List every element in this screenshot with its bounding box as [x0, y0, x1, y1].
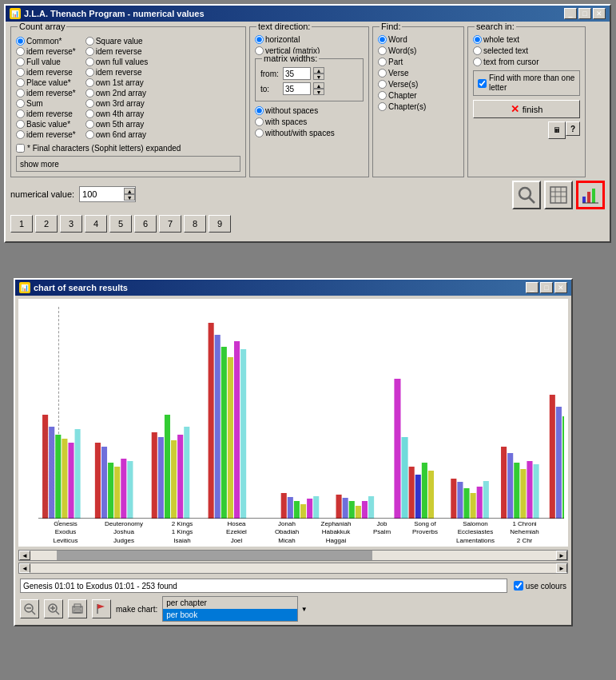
num-btn-1[interactable]: 1	[10, 215, 33, 233]
num-btn-5[interactable]: 5	[109, 215, 132, 233]
idem-rev3-radio[interactable]	[16, 89, 25, 97]
place-radio[interactable]	[16, 78, 25, 87]
scroll-left-btn[interactable]: ◄	[19, 551, 30, 560]
own-3rd-radio[interactable]	[85, 99, 94, 108]
to-up-btn[interactable]: ▲	[313, 82, 324, 89]
basic-radio[interactable]	[16, 120, 25, 129]
own-full-radio[interactable]	[85, 58, 94, 66]
calc-icon-btn[interactable]: 🖩	[548, 121, 566, 139]
help-button[interactable]: ?	[566, 121, 580, 136]
from-down-btn[interactable]: ▼	[313, 74, 324, 80]
svg-rect-2	[550, 187, 566, 203]
chart-zoom-in-btn[interactable]	[44, 599, 63, 618]
chart-area: GenesisExodusLeviticus DeuteronomyJoshua…	[18, 299, 568, 547]
num-down-btn[interactable]: ▼	[124, 194, 135, 201]
chart-scrollbar[interactable]: ◄ ►	[18, 550, 568, 561]
per-chapter-option[interactable]: per chapter	[163, 597, 309, 609]
idem-rev2-radio[interactable]	[16, 68, 25, 77]
chart-dropdown[interactable]: per chapter per book	[162, 596, 310, 622]
num-btn-3[interactable]: 3	[60, 215, 82, 233]
chart-close-button[interactable]: ✕	[554, 282, 567, 293]
chart-zoom-out-btn[interactable]	[20, 599, 39, 618]
without-spaces-radio[interactable]	[255, 106, 264, 115]
svg-rect-28	[171, 440, 177, 519]
horizontal-radio[interactable]	[255, 35, 264, 44]
svg-point-0	[519, 188, 531, 199]
vscroll-left-btn[interactable]: ◄	[19, 563, 30, 573]
own-5th-radio[interactable]	[85, 120, 94, 129]
own-3rd-label: own 3rd array	[96, 99, 145, 108]
own-2nd-radio[interactable]	[85, 89, 94, 97]
chart-window-controls[interactable]: _ □ ✕	[526, 282, 567, 293]
svg-rect-57	[463, 488, 469, 519]
final-chars-checkbox[interactable]	[16, 144, 25, 153]
to-input[interactable]	[283, 82, 311, 95]
chapters-radio[interactable]	[378, 102, 387, 111]
app-icon: 📊	[10, 8, 21, 19]
svg-rect-40	[300, 504, 306, 519]
num-btn-9[interactable]: 9	[209, 215, 231, 233]
without-with-radio[interactable]	[255, 129, 264, 137]
chart-maximize-button[interactable]: □	[540, 282, 553, 293]
svg-rect-54	[428, 471, 434, 519]
whole-text-radio[interactable]	[473, 35, 482, 44]
num-btn-8[interactable]: 8	[184, 215, 206, 233]
scroll-right-btn[interactable]: ►	[556, 551, 567, 560]
main-window-controls[interactable]: _ □ ✕	[564, 8, 606, 19]
num-btn-6[interactable]: 6	[134, 215, 157, 233]
search-icon-btn[interactable]	[512, 181, 541, 209]
chart-print-btn[interactable]	[68, 599, 87, 618]
num-btn-2[interactable]: 2	[35, 215, 58, 233]
idem-rev1-radio[interactable]	[16, 47, 25, 56]
idem-rev-s-radio[interactable]	[85, 47, 94, 56]
own-4th-radio[interactable]	[85, 109, 94, 118]
sum-radio[interactable]	[16, 99, 25, 108]
dropdown-arrow[interactable]: ▼	[297, 596, 310, 622]
minimize-button[interactable]: _	[564, 8, 577, 19]
verse-radio[interactable]	[378, 69, 387, 78]
own-6th-radio[interactable]	[85, 130, 94, 139]
to-label: to:	[260, 85, 280, 93]
word-radio[interactable]	[378, 35, 387, 44]
scroll-track	[30, 551, 556, 560]
num-btn-4[interactable]: 4	[85, 215, 107, 233]
vscroll-right-btn[interactable]: ►	[556, 563, 567, 573]
table-icon-btn[interactable]	[544, 181, 573, 209]
idem-rev-s-label: idem reverse	[96, 47, 142, 56]
chart-flag-btn[interactable]	[92, 599, 111, 618]
per-book-option[interactable]: per book	[163, 609, 309, 621]
number-buttons-row: 1 2 3 4 5 6 7 8 9	[10, 215, 605, 233]
svg-rect-45	[349, 501, 355, 519]
from-input[interactable]	[283, 67, 311, 80]
status-input[interactable]	[20, 579, 507, 593]
from-up-btn[interactable]: ▲	[313, 67, 324, 74]
num-up-btn[interactable]: ▲	[124, 188, 135, 194]
use-colours-checkbox[interactable]	[514, 581, 523, 591]
own-1st-radio[interactable]	[85, 78, 94, 87]
words-radio[interactable]	[378, 46, 387, 55]
verses-radio[interactable]	[378, 80, 387, 89]
scroll-thumb[interactable]	[57, 551, 372, 560]
common-radio[interactable]	[16, 37, 25, 46]
square-radio[interactable]	[85, 37, 94, 46]
chart-minimize-button[interactable]: _	[526, 282, 539, 293]
full-radio[interactable]	[16, 58, 25, 66]
idem-rev4-radio[interactable]	[16, 109, 25, 118]
chart-status-row: use colours	[20, 579, 566, 593]
idem-rev5-radio[interactable]	[16, 130, 25, 139]
part-radio[interactable]	[378, 58, 387, 66]
numerical-value-input[interactable]	[80, 187, 124, 201]
finish-button[interactable]: ✕ finish	[473, 100, 580, 118]
with-spaces-radio[interactable]	[255, 117, 264, 126]
selected-text-radio[interactable]	[473, 46, 482, 55]
chart-vertical-scrollbar[interactable]: ◄ ►	[18, 563, 568, 574]
to-down-btn[interactable]: ▼	[313, 89, 324, 95]
num-btn-7[interactable]: 7	[159, 215, 181, 233]
idem-rev-f-radio[interactable]	[85, 68, 94, 77]
chapter-radio[interactable]	[378, 91, 387, 100]
close-button[interactable]: ✕	[593, 8, 606, 19]
from-cursor-radio[interactable]	[473, 58, 482, 66]
find-more-checkbox[interactable]	[478, 79, 487, 88]
maximize-button[interactable]: □	[578, 8, 591, 19]
chart-icon-btn[interactable]	[576, 181, 605, 209]
